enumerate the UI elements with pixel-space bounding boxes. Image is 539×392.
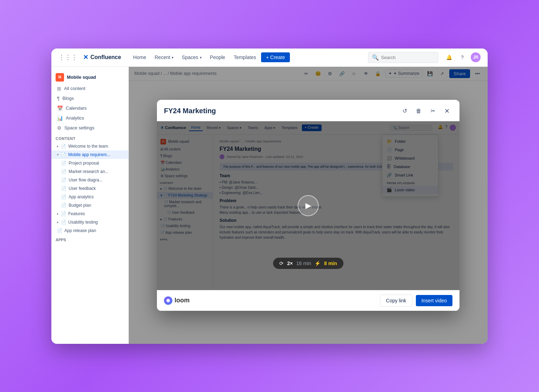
market-icon: 📄 bbox=[61, 169, 66, 174]
help-icon[interactable]: ? bbox=[457, 52, 467, 62]
loom-modal: FY24 Marketing ↺ 🗑 ✂ ✕ bbox=[157, 100, 459, 311]
space-header[interactable]: M Mobile squad bbox=[51, 71, 128, 84]
user-flow-icon: 📄 bbox=[61, 178, 66, 182]
space-name: Mobile squad bbox=[67, 75, 96, 80]
logo-text: Confluence bbox=[90, 54, 121, 60]
footer-actions: Copy link Insert video bbox=[380, 295, 452, 307]
sidebar-user-flow[interactable]: 📄 User flow diagra... bbox=[51, 176, 128, 184]
notifications-icon[interactable]: 🔔 bbox=[444, 52, 454, 62]
spaces-chevron: ▾ bbox=[200, 56, 202, 59]
analytics-icon: 📊 bbox=[57, 115, 63, 121]
mobile-app-icon: 📄 bbox=[61, 152, 66, 157]
user-avatar[interactable]: JR bbox=[471, 52, 481, 62]
nav-templates[interactable]: Templates bbox=[230, 52, 260, 62]
search-input[interactable] bbox=[381, 55, 435, 60]
main-content: M Mobile squad ⊞ All content ¶ Blogs 📅 C… bbox=[51, 67, 488, 344]
speed-value: 2× bbox=[287, 261, 293, 266]
create-button[interactable]: + Create bbox=[261, 52, 290, 62]
content-section-label: CONTENT bbox=[51, 133, 128, 142]
release-icon: 📄 bbox=[57, 228, 62, 233]
speed-icon: ⟳ bbox=[279, 261, 284, 266]
feedback-icon: 📄 bbox=[61, 186, 66, 191]
loom-icon bbox=[164, 296, 172, 305]
video-play-overlay[interactable]: ▶ ⟳ 2× 16 min ⚡ 8 min bbox=[157, 121, 459, 290]
app-analytics-icon: 📄 bbox=[61, 194, 66, 199]
play-button[interactable]: ▶ bbox=[298, 195, 319, 216]
sidebar-usability-testing[interactable]: ▸ 📄 Usability testing bbox=[51, 218, 128, 226]
sidebar-app-analytics[interactable]: 📄 App analytics bbox=[51, 193, 128, 201]
features-icon: 📄 bbox=[61, 211, 66, 216]
blogs-icon: ¶ bbox=[57, 96, 60, 101]
modal-header-actions: ↺ 🗑 ✂ ✕ bbox=[399, 105, 452, 117]
sidebar-app-release-plan[interactable]: 📄 App release plan bbox=[51, 226, 128, 235]
space-icon: M bbox=[56, 73, 64, 82]
browser-window: ⋮⋮⋮ ✕ Confluence Home Recent ▾ Spaces ▾ … bbox=[51, 49, 488, 344]
sidebar-blogs[interactable]: ¶ Blogs bbox=[51, 94, 128, 103]
all-content-icon: ⊞ bbox=[57, 86, 61, 91]
modal-title: FY24 Marketing bbox=[164, 107, 216, 115]
sidebar-space-settings[interactable]: ⚙ Space settings bbox=[51, 123, 128, 133]
time-fast: 8 min bbox=[324, 261, 337, 266]
features-chevron: ▸ bbox=[57, 212, 59, 216]
welcome-icon: 📄 bbox=[61, 144, 66, 149]
usability-chevron: ▸ bbox=[57, 220, 59, 224]
budget-icon: 📄 bbox=[61, 203, 66, 208]
sidebar-budget-plan[interactable]: 📄 Budget plan bbox=[51, 201, 128, 210]
nav-icons: 🔔 ? JR bbox=[444, 52, 481, 62]
time-divider: ⚡ bbox=[315, 261, 321, 266]
time-normal: 16 min bbox=[296, 261, 311, 266]
modal-footer: loom Copy link Insert video bbox=[157, 290, 459, 311]
copy-link-button[interactable]: Copy link bbox=[380, 295, 412, 307]
calendars-icon: 📅 bbox=[57, 105, 63, 111]
sidebar-analytics[interactable]: 📊 Analytics bbox=[51, 113, 128, 123]
apps-section-label: APPS bbox=[51, 235, 128, 243]
close-button[interactable]: ✕ bbox=[441, 105, 452, 117]
video-preview-container: ✕ Confluence Home Recent ▾ Spaces ▾ Team… bbox=[157, 121, 459, 290]
modal-header: FY24 Marketing ↺ 🗑 ✂ ✕ bbox=[157, 100, 459, 121]
sidebar: M Mobile squad ⊞ All content ¶ Blogs 📅 C… bbox=[51, 67, 129, 344]
search-icon: 🔍 bbox=[372, 54, 379, 61]
nav-people[interactable]: People bbox=[207, 52, 229, 62]
sidebar-welcome[interactable]: ▸ 📄 Welcome to the team bbox=[51, 142, 128, 150]
top-nav: ⋮⋮⋮ ✕ Confluence Home Recent ▾ Spaces ▾ … bbox=[51, 49, 488, 67]
insert-video-button[interactable]: Insert video bbox=[416, 295, 452, 306]
delete-button[interactable]: 🗑 bbox=[413, 105, 424, 117]
sidebar-mobile-app[interactable]: ▾ 📄 Mobile app requirem... bbox=[51, 150, 128, 159]
usability-icon: 📄 bbox=[61, 220, 66, 225]
sidebar-project-proposal[interactable]: 📄 Project proposal bbox=[51, 159, 128, 167]
confluence-icon: ✕ bbox=[83, 53, 88, 61]
sidebar-market-research[interactable]: 📄 Market research an... bbox=[51, 167, 128, 176]
welcome-chevron: ▸ bbox=[57, 144, 59, 148]
recent-chevron: ▾ bbox=[172, 56, 173, 59]
speed-badge: ⟳ 2× 16 min ⚡ 8 min bbox=[273, 258, 343, 269]
grid-icon[interactable]: ⋮⋮⋮ bbox=[58, 53, 77, 61]
sidebar-features[interactable]: ▸ 📄 Features bbox=[51, 210, 128, 218]
sidebar-calendars[interactable]: 📅 Calendars bbox=[51, 103, 128, 113]
nav-items: Home Recent ▾ Spaces ▾ People Templates … bbox=[129, 52, 290, 62]
search-bar[interactable]: 🔍 bbox=[368, 52, 438, 63]
nav-spaces[interactable]: Spaces ▾ bbox=[178, 52, 205, 62]
mobile-app-chevron: ▾ bbox=[57, 153, 59, 156]
modal-overlay[interactable]: FY24 Marketing ↺ 🗑 ✂ ✕ bbox=[129, 67, 488, 344]
settings-icon: ⚙ bbox=[57, 125, 62, 131]
nav-recent[interactable]: Recent ▾ bbox=[151, 52, 177, 62]
undo-button[interactable]: ↺ bbox=[399, 105, 410, 117]
nav-home[interactable]: Home bbox=[129, 52, 150, 62]
page-area: Mobile squad / ... / Mobile app requirem… bbox=[129, 67, 488, 344]
project-icon: 📄 bbox=[61, 161, 66, 166]
sidebar-user-feedback[interactable]: 📄 User feedback bbox=[51, 184, 128, 193]
logo[interactable]: ✕ Confluence bbox=[83, 53, 121, 61]
cut-button[interactable]: ✂ bbox=[427, 105, 438, 117]
sidebar-all-content[interactable]: ⊞ All content bbox=[51, 84, 128, 94]
loom-text: loom bbox=[175, 297, 190, 304]
loom-logo: loom bbox=[164, 296, 190, 305]
